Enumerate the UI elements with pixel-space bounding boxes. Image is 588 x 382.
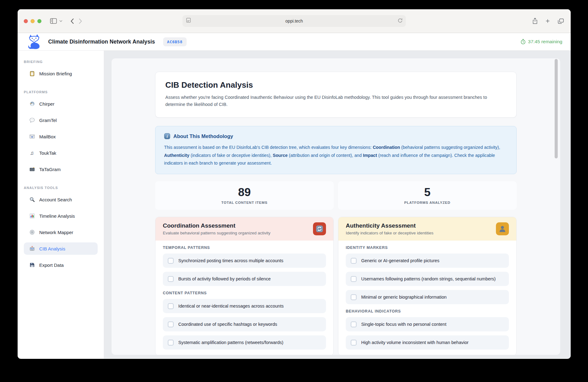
sidebar-section: ANALYSIS TOOLS Account Search Timeline A…: [18, 186, 104, 271]
assessment-section-label: CONTENT PATTERNS: [163, 291, 326, 295]
checkbox[interactable]: [351, 258, 357, 264]
methodology-text-segment: This assessment is based on the EU Disin…: [164, 145, 373, 150]
checkbox-label: Minimal or generic biographical informat…: [361, 295, 446, 300]
sidebar-item-timeline-analysis[interactable]: Timeline Analysis: [24, 210, 98, 222]
scrollbar-thumb[interactable]: [555, 59, 558, 158]
checkbox[interactable]: [168, 258, 174, 264]
refresh-icon: [313, 222, 326, 235]
sidebar-item-label: Chirper: [39, 101, 54, 107]
checkbox-label: Systematic amplification patterns (retwe…: [178, 340, 283, 345]
sidebar-item-label: Timeline Analysis: [39, 213, 75, 219]
app-header: Climate Disinformation Network Analysis …: [18, 33, 571, 51]
checkbox[interactable]: [351, 321, 357, 327]
checkbox[interactable]: [351, 294, 357, 300]
methodology-text-segment: Source: [273, 153, 288, 158]
checkbox-row[interactable]: Single-topic focus with no personal cont…: [346, 317, 509, 331]
content-panel: CIB Detection Analysis Assess whether yo…: [112, 58, 560, 355]
checkbox-row[interactable]: Coordinated use of specific hashtags or …: [163, 317, 326, 331]
new-tab-icon[interactable]: [545, 19, 550, 23]
sidebar-item-label: TaTaGram: [39, 167, 61, 172]
methodology-text-segment: Coordination: [373, 145, 400, 150]
checkbox-row[interactable]: Generic or AI-generated profile pictures: [346, 254, 509, 268]
sidebar-section-label: BRIEFING: [24, 60, 104, 64]
minimize-window-button[interactable]: [31, 19, 35, 23]
methodology-body: This assessment is based on the EU Disin…: [164, 144, 508, 167]
methodology-text-segment: (indicators of fake or deceptive identit…: [189, 153, 273, 158]
sidebar-item-touktak[interactable]: ♫ ToukTak: [24, 147, 98, 159]
chevron-down-icon[interactable]: [59, 20, 62, 22]
methodology-title: About This Methodology: [173, 133, 233, 139]
tab-overview-icon[interactable]: [558, 18, 564, 24]
checkbox-row[interactable]: Usernames following patterns (random str…: [346, 272, 509, 286]
assessment-section-label: TEMPORAL PATTERNS: [163, 246, 326, 250]
zoom-window-button[interactable]: [37, 19, 41, 23]
session-code-badge: AC6B58: [163, 37, 187, 46]
share-icon[interactable]: [532, 18, 538, 24]
sidebar-section-label: PLATFORMS: [24, 90, 104, 94]
checkbox-row[interactable]: Bursts of activity followed by periods o…: [163, 272, 326, 286]
sidebar-item-label: CIB Analysis: [39, 246, 65, 251]
sidebar-item-gramtel[interactable]: GramTel: [24, 114, 98, 126]
sidebar-toggle-icon[interactable]: [50, 18, 57, 24]
checkbox[interactable]: [168, 303, 174, 309]
sidebar-item-cib-analysis[interactable]: CIB Analysis: [24, 242, 98, 255]
assessments-grid: Coordination Assessment Evaluate behavio…: [155, 217, 517, 355]
sidebar-item-account-search[interactable]: Account Search: [24, 193, 98, 206]
checkbox-row[interactable]: Minimal or generic biographical informat…: [346, 290, 509, 304]
checkbox-row[interactable]: Systematic amplification patterns (retwe…: [163, 335, 326, 350]
checkbox[interactable]: [168, 321, 174, 327]
close-window-button[interactable]: [24, 19, 28, 23]
search-icon: [29, 197, 35, 203]
sidebar-item-label: Mission Briefing: [39, 71, 72, 76]
checkbox-label: Usernames following patterns (random str…: [361, 276, 496, 281]
checkbox-label: Single-topic focus with no personal cont…: [361, 322, 446, 327]
robot-icon: [29, 246, 35, 252]
sidebar-item-tatagram[interactable]: TaTaGram: [24, 163, 98, 175]
checkbox-row[interactable]: High activity volume inconsistent with h…: [346, 335, 509, 350]
back-button[interactable]: [70, 19, 74, 24]
checkbox-label: Bursts of activity followed by periods o…: [178, 276, 271, 281]
sidebar-item-chirper[interactable]: Chirper: [24, 98, 98, 110]
assessment-card-coordination-assessment: Coordination Assessment Evaluate behavio…: [155, 217, 334, 355]
stat-card: 89 TOTAL CONTENT ITEMS: [155, 181, 334, 210]
assessment-card-header: Authenticity Assessment Identify indicat…: [338, 217, 516, 241]
reader-mode-icon[interactable]: [186, 18, 191, 23]
sidebar-item-mission-briefing[interactable]: Mission Briefing: [24, 67, 98, 80]
assessment-title: Authenticity Assessment: [346, 222, 434, 229]
sidebar-section: PLATFORMS Chirper GramTel E MailBox ♫ To…: [18, 90, 104, 175]
assessment-card-authenticity-assessment: Authenticity Assessment Identify indicat…: [338, 217, 517, 355]
reload-icon[interactable]: [398, 18, 403, 23]
checkbox-row[interactable]: Identical or near-identical messages acr…: [163, 299, 326, 313]
checkbox-row[interactable]: Synchronized posting times across multip…: [163, 254, 326, 268]
assessment-card-body: IDENTITY MARKERS Generic or AI-generated…: [338, 241, 516, 355]
checkbox[interactable]: [351, 276, 357, 282]
forward-button[interactable]: [79, 19, 82, 24]
svg-text:E: E: [31, 136, 33, 138]
sidebar-item-label: GramTel: [39, 118, 57, 123]
checkbox-label: High activity volume inconsistent with h…: [361, 340, 468, 345]
sidebar-item-network-mapper[interactable]: Network Mapper: [24, 226, 98, 238]
sidebar-item-export-data[interactable]: Export Data: [24, 259, 98, 271]
mail-icon: E: [29, 134, 35, 140]
methodology-text-segment: Authenticity: [164, 153, 189, 158]
stat-value: 5: [338, 186, 517, 199]
sidebar-section-label: ANALYSIS TOOLS: [24, 186, 104, 190]
assessment-title: Coordination Assessment: [163, 222, 270, 229]
stat-value: 89: [155, 186, 334, 199]
url-text: oppi.tech: [286, 19, 303, 23]
stat-card: 5 PLATFORMS ANALYZED: [338, 181, 517, 210]
stat-label: TOTAL CONTENT ITEMS: [155, 201, 334, 204]
stopwatch-icon: [520, 39, 526, 44]
content-description: Assess whether you're facing Coordinated…: [165, 94, 494, 108]
checkbox[interactable]: [351, 340, 357, 346]
speech-icon: [29, 117, 35, 123]
chart-icon: [29, 213, 35, 219]
clipboard-icon: [29, 71, 35, 77]
methodology-infobox: i About This Methodology This assessment…: [155, 126, 517, 174]
checkbox[interactable]: [168, 276, 174, 282]
checkbox[interactable]: [168, 340, 174, 346]
address-bar[interactable]: oppi.tech: [183, 15, 406, 27]
methodology-text-segment: Impact: [363, 153, 377, 158]
sidebar-item-mailbox[interactable]: E MailBox: [24, 130, 98, 143]
assessment-section-label: BEHAVIORAL INDICATORS: [346, 309, 509, 313]
